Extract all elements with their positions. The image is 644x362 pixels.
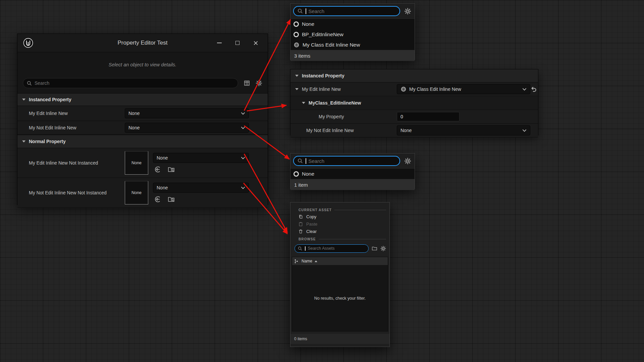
section-divider: [334, 210, 386, 210]
use-selected-asset-icon[interactable]: [154, 196, 161, 203]
category-instanced-property[interactable]: Instanced Property: [17, 93, 268, 106]
unreal-logo-icon: [23, 38, 34, 48]
class-picker-popup-small: None 1 item: [290, 153, 415, 189]
chevron-down-icon: [241, 157, 245, 160]
items-count-label: 1 item: [290, 179, 415, 190]
class-picker-search-box[interactable]: [293, 6, 400, 16]
row-my-not-edit-inline-new: My Not Edit Inline New None: [290, 124, 538, 137]
my-edit-inline-new-dropdown[interactable]: None: [125, 108, 249, 118]
dropdown-value: None: [400, 128, 412, 133]
use-selected-asset-icon[interactable]: [154, 166, 161, 173]
view-settings-gear-icon[interactable]: [380, 246, 386, 251]
reset-to-default-icon[interactable]: [530, 86, 537, 93]
class-sphere-icon: [293, 42, 300, 48]
row-my-property: My Property 0: [290, 110, 538, 124]
class-picker-search-input[interactable]: [309, 8, 396, 14]
class-option-my-class-edit-inline-new[interactable]: My Class Edit Inline New: [290, 40, 415, 50]
class-picker-search-box[interactable]: [293, 156, 400, 166]
items-count-label: 3 items: [290, 50, 415, 61]
none-class-icon: [293, 32, 299, 37]
collapse-triangle-icon: [22, 140, 25, 142]
settings-gear-icon[interactable]: [256, 80, 262, 86]
instanced-property-details-panel: Instanced Property My Edit Inline New My…: [290, 69, 538, 135]
property-editor-test-window: Property Editor Test Select an object to…: [17, 34, 268, 205]
class-picker-popup: None BP_EditInlineNew My Class Edit Inli…: [290, 3, 415, 60]
dropdown-value: My Class Edit Inline New: [409, 86, 461, 92]
text-caret: [305, 246, 306, 251]
row-my-edit-inline-new: My Edit Inline New None: [17, 106, 268, 121]
chevron-down-icon: [241, 126, 245, 129]
maximize-icon: [235, 41, 239, 45]
sort-ascending-icon: [315, 260, 317, 262]
asset-thumbnail[interactable]: None: [125, 151, 148, 175]
asset-list: Name No results, check your filter.: [292, 257, 388, 331]
search-icon: [298, 246, 303, 251]
close-button[interactable]: [251, 38, 260, 48]
property-label: My Not Edit Inline New Not Instanced: [17, 190, 125, 195]
dropdown-value: None: [128, 125, 140, 130]
search-icon: [297, 8, 303, 14]
class-option-bp-editinlinenew[interactable]: BP_EditInlineNew: [290, 29, 415, 40]
view-options-icon[interactable]: [244, 80, 250, 86]
details-search-input[interactable]: [35, 80, 234, 86]
empty-results-text: No results, check your filter.: [292, 265, 388, 331]
menu-item-paste[interactable]: Paste: [290, 220, 389, 228]
minimize-icon: [217, 43, 222, 43]
browse-to-asset-icon[interactable]: [167, 166, 175, 173]
row-my-not-edit-inline-new-not-instanced: My Not Edit Inline New Not Instanced Non…: [17, 178, 268, 208]
browse-to-asset-icon[interactable]: [167, 196, 175, 203]
asset-thumbnail[interactable]: None: [125, 181, 148, 204]
dropdown-value: None: [157, 155, 168, 161]
chevron-down-icon: [522, 129, 527, 132]
list-view-icon: [294, 259, 299, 264]
picker-settings-gear-icon[interactable]: [404, 158, 411, 165]
class-sphere-icon: [400, 86, 407, 92]
row-my-not-edit-inline-new: My Not Edit Inline New None: [17, 121, 268, 135]
my-not-edit-inline-new-dropdown[interactable]: None: [397, 125, 530, 135]
row-subobject[interactable]: MyClass_EditInlineNew: [290, 96, 538, 110]
category-instanced-property[interactable]: Instanced Property: [290, 69, 538, 82]
row-my-edit-inline-new: My Edit Inline New My Class Edit Inline …: [290, 82, 538, 96]
my-not-edit-inline-new-dropdown[interactable]: None: [125, 123, 249, 133]
search-icon: [26, 80, 32, 86]
items-count-label: 0 items: [290, 334, 389, 344]
my-edit-inline-new-dropdown[interactable]: My Class Edit Inline New: [397, 84, 530, 94]
section-divider: [319, 239, 386, 239]
column-header-name[interactable]: Name: [292, 257, 388, 265]
class-picker-search-input[interactable]: [309, 158, 396, 164]
path-folder-icon[interactable]: [372, 246, 377, 251]
chevron-down-icon: [522, 88, 527, 91]
class-option-none[interactable]: None: [290, 19, 415, 29]
collapse-triangle-icon: [22, 99, 25, 101]
asset-search-box[interactable]: [294, 244, 369, 253]
property-label: My Not Edit Inline New: [17, 125, 125, 130]
dropdown-value: None: [157, 185, 168, 190]
details-search-box[interactable]: [23, 78, 238, 88]
asset-dropdown[interactable]: None: [153, 183, 249, 193]
none-class-icon: [293, 171, 299, 177]
maximize-button[interactable]: [233, 38, 242, 48]
none-class-icon: [293, 21, 299, 27]
collapse-triangle-icon: [295, 88, 299, 90]
search-icon: [297, 158, 303, 164]
copy-icon: [298, 214, 303, 219]
menu-item-copy[interactable]: Copy: [290, 213, 389, 220]
menu-item-clear[interactable]: Clear: [290, 228, 389, 235]
dropdown-value: None: [128, 111, 140, 116]
asset-search-input[interactable]: [308, 246, 366, 251]
text-caret: [306, 8, 306, 14]
my-property-input[interactable]: 0: [397, 112, 460, 121]
current-asset-section-label: CURRENT ASSET: [299, 208, 332, 212]
category-normal-property[interactable]: Normal Property: [17, 135, 268, 148]
minimize-button[interactable]: [215, 38, 224, 48]
close-icon: [253, 40, 259, 46]
class-list: None: [290, 168, 415, 179]
chevron-down-icon: [241, 186, 245, 189]
picker-settings-gear-icon[interactable]: [404, 8, 411, 15]
window-titlebar[interactable]: Property Editor Test: [17, 34, 268, 52]
class-list: None BP_EditInlineNew My Class Edit Inli…: [290, 18, 415, 50]
asset-dropdown[interactable]: None: [153, 153, 249, 163]
class-option-none[interactable]: None: [290, 169, 415, 179]
browse-section-label: BROWSE: [299, 237, 316, 241]
asset-picker-popup: CURRENT ASSET Copy Paste Clear BROWSE: [290, 202, 390, 347]
